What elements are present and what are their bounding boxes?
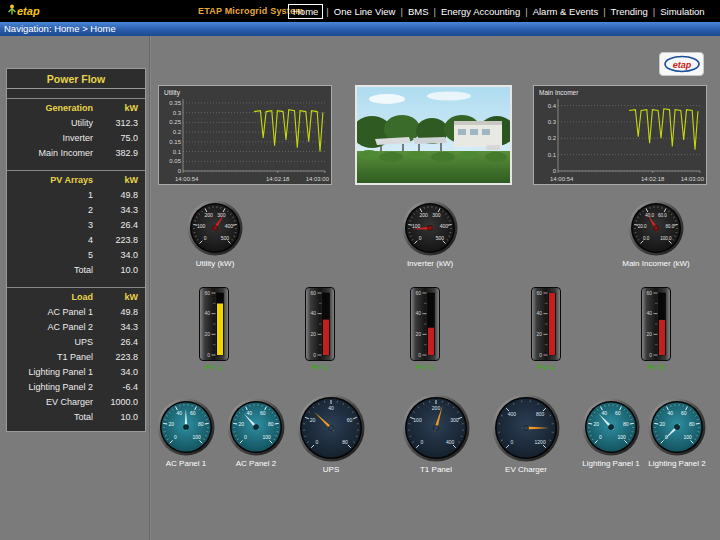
section-header-pv-arrays: PV ArrayskW (7, 173, 145, 188)
row-label: 2 (7, 203, 93, 218)
gauge-ev-charger-label: EV Charger (505, 465, 547, 474)
svg-text:0.2: 0.2 (548, 135, 557, 141)
svg-text:80: 80 (342, 439, 348, 445)
svg-text:0.0: 0.0 (643, 236, 650, 241)
etap-logo-text: etap (17, 5, 40, 17)
power-flow-row-2: 234.3 (7, 203, 145, 218)
menu-item-bms[interactable]: BMS (406, 5, 431, 18)
dial-face: 020406080 (297, 394, 365, 462)
gauge-lighting-panel-2: 020406080100 Lighting Panel 2 (648, 398, 706, 456)
svg-text:14:03:00: 14:03:00 (681, 176, 705, 182)
section-header-label: Load (7, 290, 93, 305)
gauge-ups-label: UPS (323, 465, 339, 474)
gauge-inverter: 0100200300400500 Inverter (kW) (402, 200, 458, 256)
svg-text:200: 200 (419, 212, 428, 218)
section-header-label: PV Arrays (7, 173, 93, 188)
svg-text:40: 40 (176, 410, 182, 416)
dial-face: 020406080100 (648, 398, 706, 456)
svg-text:0.1: 0.1 (548, 152, 557, 158)
svg-text:20: 20 (310, 417, 316, 423)
svg-text:0: 0 (315, 439, 318, 445)
menu-item-one-line-view[interactable]: One Line View (332, 5, 398, 18)
menu-item-simulation[interactable]: Simulation (658, 5, 706, 18)
row-value: 10.0 (93, 263, 145, 278)
svg-text:100: 100 (192, 434, 201, 440)
svg-text:0: 0 (510, 439, 513, 445)
row-value: 34.0 (93, 365, 145, 380)
menu-item-home[interactable]: Home (288, 4, 323, 19)
gauge-ev-charger: 04008001200 EV Charger (492, 394, 560, 462)
svg-text:100: 100 (262, 434, 271, 440)
row-label: AC Panel 1 (7, 305, 93, 320)
svg-text:0: 0 (420, 439, 423, 445)
svg-text:Main Incomer: Main Incomer (539, 89, 579, 96)
menu-item-alarm-events[interactable]: Alarm & Events (531, 5, 600, 18)
svg-text:0: 0 (313, 352, 316, 358)
bar-gauge-pv-3-body: 0204060 (410, 287, 440, 365)
svg-text:60: 60 (190, 410, 196, 416)
svg-text:0: 0 (539, 352, 542, 358)
power-flow-row-ups: UPS26.4 (7, 335, 145, 350)
svg-text:40: 40 (415, 310, 421, 316)
menu-item-trending[interactable]: Trending (609, 5, 650, 18)
gauge-ups: 020406080 UPS (297, 394, 365, 462)
row-value: 49.8 (93, 305, 145, 320)
bar-gauge-pv-2-body: 0204060 (305, 287, 335, 365)
etap-badge: etap (659, 52, 704, 76)
etap-badge-text: etap (672, 60, 691, 70)
power-flow-title: Power Flow (7, 69, 145, 89)
row-label: EV Charger (7, 395, 93, 410)
bar-gauge-pv-1-body: 0204060 (199, 287, 229, 365)
gauge-ac-panel-1-dial: 020406080100 (157, 398, 215, 460)
svg-text:0: 0 (178, 168, 182, 174)
breadcrumb-bar: Navigation: Home > Home (0, 22, 720, 36)
svg-text:60: 60 (204, 290, 210, 296)
svg-text:40: 40 (246, 410, 252, 416)
gauge-ac-panel-2: 020406080100 AC Panel 2 (227, 398, 285, 456)
power-flow-section-generation: GenerationkWUtility312.3Inverter75.0Main… (7, 98, 145, 161)
svg-text:20: 20 (238, 421, 244, 427)
gauge-ac-panel-1: 020406080100 AC Panel 1 (157, 398, 215, 456)
gauge-ac-panel-1-label: AC Panel 1 (166, 459, 206, 468)
trend-plot: Main Incomer00.10.20.30.414:00:5414:02:1… (534, 86, 706, 184)
power-flow-row-3: 326.4 (7, 218, 145, 233)
main-incomer-trend-chart: Main Incomer00.10.20.30.414:00:5414:02:1… (533, 85, 707, 185)
svg-text:100: 100 (197, 223, 206, 229)
gauge-ac-panel-2-dial: 020406080100 (227, 398, 285, 460)
power-flow-row-ev-charger: EV Charger1000.0 (7, 395, 145, 410)
svg-text:14:03:00: 14:03:00 (306, 176, 330, 182)
svg-text:60: 60 (260, 410, 266, 416)
svg-text:0.35: 0.35 (169, 100, 181, 106)
svg-text:400: 400 (508, 411, 517, 417)
row-label: T1 Panel (7, 350, 93, 365)
row-value: 382.9 (93, 146, 145, 161)
svg-text:80: 80 (623, 421, 629, 427)
power-flow-row-5: 534.0 (7, 248, 145, 263)
svg-text:20: 20 (646, 331, 652, 337)
row-value: 1000.0 (93, 395, 145, 410)
svg-text:0.15: 0.15 (169, 139, 181, 145)
bar-gauge-pv-1-label: PV 1 (205, 363, 222, 372)
site-photo (355, 85, 512, 185)
bar-gauge-pv-4: 0204060 PV 4 (531, 287, 561, 361)
section-header-generation: GenerationkW (7, 101, 145, 116)
section-header-load: LoadkW (7, 290, 145, 305)
svg-text:500: 500 (436, 235, 445, 241)
power-flow-row-lighting-panel-2: Lighting Panel 2-6.4 (7, 380, 145, 395)
breadcrumb: Navigation: Home > Home (4, 23, 116, 34)
bar-body: 0204060 (199, 287, 229, 361)
dial-face: 020406080100 (157, 398, 215, 456)
menu-item-energy-accounting[interactable]: Energy Accounting (439, 5, 522, 18)
section-header-unit: kW (93, 290, 145, 305)
svg-text:40: 40 (667, 410, 673, 416)
bar-gauge-pv-2-label: PV 2 (311, 363, 328, 372)
section-header-label: Generation (7, 101, 93, 116)
svg-text:14:02:18: 14:02:18 (266, 176, 290, 182)
menu-separator: | (434, 6, 436, 17)
gauge-utility: 0100200300400500 Utility (kW) (187, 200, 243, 256)
svg-text:60: 60 (347, 417, 353, 423)
svg-text:20: 20 (659, 421, 665, 427)
power-flow-row-1: 149.8 (7, 188, 145, 203)
svg-text:20: 20 (593, 421, 599, 427)
svg-text:20: 20 (310, 331, 316, 337)
